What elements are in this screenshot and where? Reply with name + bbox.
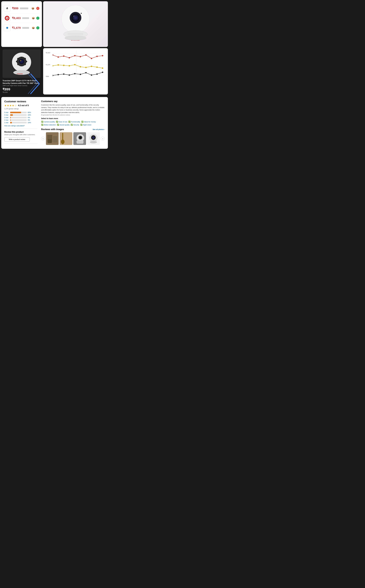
tag-label: Sound quality — [60, 124, 70, 126]
top-section: a ⌣ ₹899 📦 ✕ ₹8,403 📦 ✓ — [0, 0, 109, 48]
bar-fill-1star — [10, 122, 12, 123]
reviews-right: Customers say Customers like the camera … — [41, 100, 105, 146]
tag-label: Security — [73, 124, 79, 126]
svg-point-48 — [57, 64, 59, 66]
svg-point-2 — [7, 18, 8, 19]
images-carousel: ‹ — [41, 132, 105, 145]
svg-point-47 — [53, 65, 53, 67]
svg-point-9 — [73, 16, 74, 17]
reviews-images-title: Reviews with images See all photos › — [41, 128, 105, 131]
tag-value-for-money[interactable]: ✅ Value for money — [81, 121, 96, 123]
svg-point-60 — [69, 74, 70, 76]
tag-check-icon: ✅ — [41, 124, 43, 126]
carousel-next-button[interactable]: › — [101, 137, 105, 141]
svg-rect-69 — [53, 136, 57, 142]
rating-bars: 5 star 66% 4 star 16% 3 star 4% — [4, 111, 37, 123]
amazon-row[interactable]: a ⌣ ₹899 📦 ✕ — [4, 4, 39, 13]
bar-row-5star[interactable]: 5 star 66% — [4, 111, 37, 113]
customers-say-title: Customers say — [41, 100, 105, 103]
svg-point-77 — [79, 137, 81, 139]
tag-ease-of-use[interactable]: ✅ Ease of use — [56, 121, 67, 123]
svg-point-17 — [65, 36, 86, 40]
svg-point-62 — [80, 74, 81, 75]
amazon-delivery-icon: 📦 — [31, 6, 35, 10]
bar-row-1star[interactable]: 1 star 10% — [4, 122, 37, 123]
see-all-photos[interactable]: See all photos › — [93, 129, 105, 130]
svg-point-8 — [74, 16, 77, 19]
tag-sound-quality[interactable]: ✅ Sound quality — [57, 124, 70, 126]
bar-label-3star[interactable]: 3 star — [4, 116, 9, 118]
reviews-section: Customer reviews ★ ★ ★ ★ ☆ 4.2 out of 5 … — [1, 97, 108, 149]
bar-row-3star[interactable]: 3 star 4% — [4, 116, 37, 118]
svg-point-54 — [91, 66, 92, 67]
bar-row-4star[interactable]: 4 star 16% — [4, 114, 37, 116]
price-chart-svg — [53, 51, 105, 79]
svg-point-44 — [91, 58, 92, 59]
svg-point-23 — [26, 61, 27, 62]
svg-rect-78 — [77, 141, 84, 144]
svg-point-55 — [96, 67, 98, 68]
target-price: ₹8,403 — [12, 16, 21, 20]
bar-label-4star[interactable]: 4 star — [4, 114, 9, 116]
walmart-row[interactable]: ✸ ₹1,679 📦 ✓ — [4, 23, 39, 33]
reviews-images-title-text: Reviews with images — [41, 128, 64, 131]
tag-night-vision[interactable]: ✅ Night vision — [80, 124, 91, 126]
svg-point-20 — [17, 58, 19, 59]
chart-y-bot: ₹899 — [46, 76, 53, 77]
bar-row-2star[interactable]: 2 star 3% — [4, 119, 37, 121]
tag-motion-detection[interactable]: ✅ Motion detection — [41, 124, 56, 126]
review-image-3[interactable] — [73, 132, 86, 145]
pct-5star: 66% — [28, 111, 31, 113]
target-row[interactable]: ₹8,403 📦 ✓ — [4, 13, 39, 23]
review-image-2[interactable] — [60, 132, 72, 145]
bar-label-1star[interactable]: 1 star — [4, 122, 9, 123]
svg-point-63 — [85, 72, 87, 73]
tag-security[interactable]: ✅ Security — [70, 124, 79, 126]
review-product-title: Review this product — [4, 131, 37, 133]
svg-point-82 — [92, 136, 95, 139]
chart-y-mid: ₹1,679 — [46, 64, 53, 66]
review-product-subtitle: Share your thoughts with other customers — [4, 134, 37, 136]
star-1: ★ — [4, 104, 7, 107]
svg-point-41 — [74, 55, 76, 56]
svg-point-56 — [102, 68, 103, 69]
product-listing-card: ⊙Trueview Trueview 2MP Smart CCTV Wi-fi … — [1, 48, 42, 95]
write-review-button[interactable]: Write a product review — [4, 137, 30, 142]
carousel-prev-button[interactable]: ‹ — [41, 137, 45, 141]
review-image-1[interactable] — [46, 132, 59, 145]
middle-section: ⊙Trueview Trueview 2MP Smart CCTV Wi-fi … — [0, 48, 109, 96]
svg-point-45 — [96, 56, 98, 57]
tag-label: Camera quality — [44, 121, 55, 123]
review-image-4[interactable] — [87, 132, 100, 145]
tag-camera-quality[interactable]: ✅ Camera quality — [41, 121, 55, 123]
svg-point-26 — [16, 61, 18, 62]
pct-3star: 4% — [28, 116, 31, 118]
svg-point-29 — [20, 60, 21, 61]
svg-point-37 — [53, 54, 53, 56]
target-price-bar — [22, 17, 29, 19]
walmart-price: ₹1,679 — [12, 26, 21, 30]
bar-label-2star[interactable]: 2 star — [4, 119, 9, 121]
svg-point-61 — [74, 73, 76, 75]
svg-point-83 — [90, 141, 97, 144]
svg-point-42 — [80, 56, 81, 57]
svg-point-46 — [102, 55, 103, 56]
pct-2star: 3% — [28, 119, 31, 121]
bar-bg-5star — [10, 112, 27, 113]
bar-bg-2star — [10, 119, 27, 121]
bar-bg-3star — [10, 117, 27, 118]
bar-label-5star[interactable]: 5 star — [4, 111, 9, 113]
tag-functionality[interactable]: ✅ Functionality — [68, 121, 80, 123]
price-comparison-card: a ⌣ ₹899 📦 ✕ ₹8,403 📦 ✓ — [1, 1, 42, 47]
svg-point-52 — [80, 66, 81, 68]
star-3: ★ — [9, 104, 12, 107]
svg-point-58 — [57, 74, 59, 75]
svg-point-59 — [63, 73, 64, 75]
ratings-link[interactable]: How are ratings calculated? — [4, 125, 37, 127]
walmart-price-bar — [22, 27, 29, 29]
bar-fill-5star — [10, 112, 21, 113]
svg-rect-31 — [15, 71, 28, 73]
walmart-delivery-icon: 📦 — [32, 26, 35, 30]
svg-rect-70 — [48, 139, 52, 143]
tag-check-icon: ✅ — [81, 121, 83, 123]
